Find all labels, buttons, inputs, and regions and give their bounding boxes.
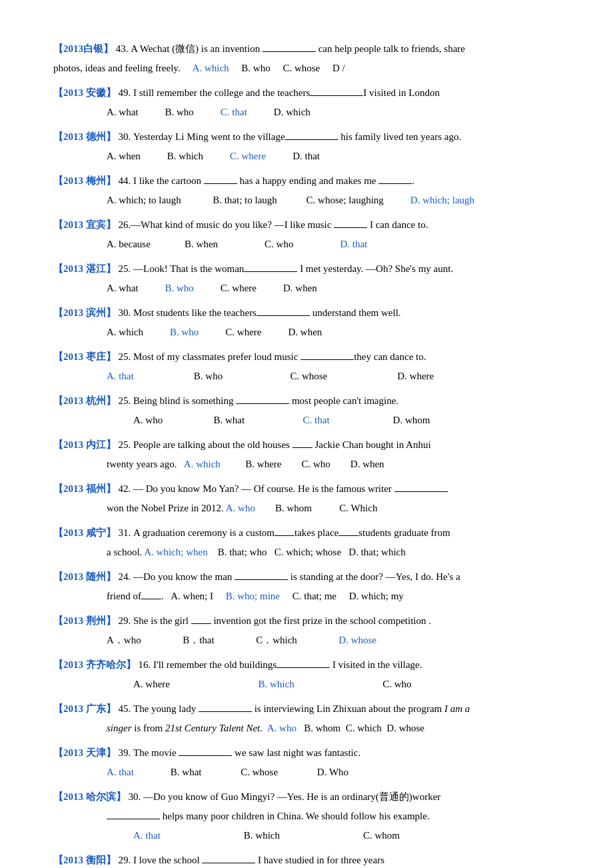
q30hrb-text: 【2013 哈尔滨】 30. —Do you know of Guo Mingy… bbox=[53, 788, 560, 806]
q25zz-options: A. that B. who C. whose D. where bbox=[53, 367, 560, 385]
q25nj-text2: twenty years ago. A. which B. where C. w… bbox=[53, 455, 560, 473]
q25zz-tag: 【2013 枣庄】 bbox=[53, 351, 116, 362]
q29jz-optD: D. whose bbox=[324, 631, 376, 649]
q30bz-tag: 【2013 滨州】 bbox=[53, 307, 116, 318]
q25zj-tag: 【2013 湛江】 bbox=[53, 263, 116, 274]
q30dz-optD: D. that bbox=[293, 147, 320, 165]
q26-text: 【2013 宜宾】 26.—What kind of music do you … bbox=[53, 216, 560, 234]
q43-tag: 【2013白银】 bbox=[53, 43, 113, 54]
q16-optB: B. which bbox=[223, 675, 295, 693]
q49-text: 【2013 安徽】 49. I still remember the colle… bbox=[53, 84, 560, 102]
question-30dz: 【2013 德州】 30. Yesterday Li Ming went to … bbox=[53, 128, 560, 165]
question-43: 【2013白银】 43. A Wechat (微信) is an inventi… bbox=[53, 40, 560, 77]
q30hrb-optB: B. which bbox=[214, 827, 280, 845]
q44-text: 【2013 梅州】 44. I like the cartoon has a h… bbox=[53, 172, 560, 190]
q25zz-optC: C. whose bbox=[263, 367, 327, 385]
q49-optD: D. which bbox=[274, 103, 310, 121]
q42-tag: 【2013 福州】 bbox=[53, 483, 116, 494]
q42-optA: A. who bbox=[226, 503, 255, 513]
q30hrb-optA: A. that bbox=[133, 827, 161, 845]
question-29hy: 【2013 衡阳】 29. I love the school I have s… bbox=[53, 851, 560, 868]
q39-options: A. that B. what C. whose D. Who bbox=[53, 763, 560, 781]
q25nj-optA: A. which bbox=[184, 459, 221, 469]
q26-optB: B. when bbox=[177, 235, 218, 253]
question-30bz: 【2013 滨州】 30. Most students like the tea… bbox=[53, 304, 560, 341]
q25hz-optA: A. who bbox=[133, 411, 163, 429]
q44-tag: 【2013 梅州】 bbox=[53, 175, 116, 186]
q25zz-text: 【2013 枣庄】 25. Most of my classmates pref… bbox=[53, 348, 560, 366]
q45-tag: 【2013 广东】 bbox=[53, 703, 116, 714]
q25zz-optA: A. that bbox=[107, 367, 134, 385]
question-25zz: 【2013 枣庄】 25. Most of my classmates pref… bbox=[53, 348, 560, 385]
q39-text: 【2013 天津】 39. The movie we saw last nigh… bbox=[53, 744, 560, 762]
q16-text: 【2013 齐齐哈尔】 16. I'll remember the old bu… bbox=[53, 656, 560, 674]
q30bz-optA: A. which bbox=[107, 323, 143, 341]
q29jz-options: A．who B．that C．which D. whose bbox=[53, 631, 560, 649]
q25hz-optD: D. whom bbox=[363, 411, 430, 429]
question-25nj: 【2013 内江】 25. People are talking about t… bbox=[53, 436, 560, 473]
q24-optB: B. who; mine bbox=[226, 591, 280, 601]
question-30hrb: 【2013 哈尔滨】 30. —Do you know of Guo Mingy… bbox=[53, 788, 560, 845]
q25hz-options: A. who B. what C. that D. whom bbox=[53, 411, 560, 429]
q49-optA: A. what bbox=[107, 103, 139, 121]
question-42: 【2013 福州】 42. — Do you know Mo Yan? — Of… bbox=[53, 480, 560, 517]
q29jz-text: 【2013 荆州】 29. She is the girl invention … bbox=[53, 612, 560, 630]
q45-text2: singer is from 21st Century Talent Net. … bbox=[53, 719, 560, 737]
question-45: 【2013 广东】 45. The young lady is intervie… bbox=[53, 700, 560, 737]
q49-optC: C. that bbox=[221, 103, 247, 121]
q42-text: 【2013 福州】 42. — Do you know Mo Yan? — Of… bbox=[53, 480, 560, 498]
q30bz-optC: C. where bbox=[225, 323, 261, 341]
q39-optD: D. Who bbox=[305, 763, 348, 781]
q30hrb-tag: 【2013 哈尔滨】 bbox=[53, 791, 126, 802]
q29jz-optA: A．who bbox=[107, 631, 141, 649]
q49-tag: 【2013 安徽】 bbox=[53, 87, 116, 98]
question-39: 【2013 天津】 39. The movie we saw last nigh… bbox=[53, 744, 560, 781]
q49-optB: B. who bbox=[165, 103, 194, 121]
q25nj-text: 【2013 内江】 25. People are talking about t… bbox=[53, 436, 560, 454]
q25zz-optB: B. who bbox=[174, 367, 223, 385]
q43-text: 【2013白银】 43. A Wechat (微信) is an inventi… bbox=[53, 40, 560, 58]
q30dz-optB: B. which bbox=[167, 147, 203, 165]
q24-text: 【2013 随州】 24. —Do you know the man is st… bbox=[53, 568, 560, 586]
question-25hz: 【2013 杭州】 25. Being blind is something m… bbox=[53, 392, 560, 429]
q25hz-optB: B. what bbox=[196, 411, 245, 429]
q43-text2: photos, ideas and feeling freely. A. whi… bbox=[53, 59, 560, 77]
question-44: 【2013 梅州】 44. I like the cartoon has a h… bbox=[53, 172, 560, 209]
q16-tag: 【2013 齐齐哈尔】 bbox=[53, 659, 136, 670]
q26-optC: C. who bbox=[245, 235, 293, 253]
q30hrb-text2: helps many poor children in China. We sh… bbox=[53, 807, 560, 825]
q44-optA: A. which; to laugh bbox=[107, 191, 181, 209]
q29jz-optC: C．which bbox=[241, 631, 297, 649]
question-31: 【2013 咸宁】 31. A graduation ceremony is a… bbox=[53, 524, 560, 561]
q16-optC: C. who bbox=[348, 675, 412, 693]
q30bz-optD: D. when bbox=[289, 323, 322, 341]
q25nj-tag: 【2013 内江】 bbox=[53, 439, 116, 450]
question-29jz: 【2013 荆州】 29. She is the girl invention … bbox=[53, 612, 560, 649]
q29hy-text: 【2013 衡阳】 29. I love the school I have s… bbox=[53, 851, 560, 868]
q16-options: A. where B. which C. who bbox=[53, 675, 560, 693]
q44-options: A. which; to laugh B. that; to laugh C. … bbox=[53, 191, 560, 209]
q44-optD: D. which; laugh bbox=[410, 191, 474, 209]
q30dz-options: A. when B. which C. where D. that bbox=[53, 147, 560, 165]
q44-optC: C. whose; laughing bbox=[304, 191, 384, 209]
q29hy-tag: 【2013 衡阳】 bbox=[53, 855, 116, 865]
q30dz-text: 【2013 德州】 30. Yesterday Li Ming went to … bbox=[53, 128, 560, 146]
q42-text2: won the Nobel Prize in 2012. A. who B. w… bbox=[53, 499, 560, 517]
q25zj-options: A. what B. who C. where D. when bbox=[53, 279, 560, 297]
q31-text: 【2013 咸宁】 31. A graduation ceremony is a… bbox=[53, 524, 560, 542]
question-16: 【2013 齐齐哈尔】 16. I'll remember the old bu… bbox=[53, 656, 560, 693]
q25zj-optB: B. who bbox=[165, 279, 194, 297]
q26-optD: D. that bbox=[320, 235, 367, 253]
q29jz-tag: 【2013 荆州】 bbox=[53, 615, 116, 626]
q25zj-optD: D. when bbox=[283, 279, 317, 297]
q30dz-tag: 【2013 德州】 bbox=[53, 131, 116, 142]
q25hz-optC: C. that bbox=[278, 411, 330, 429]
q24-text2: friend of. A. when; I B. who; mine C. th… bbox=[53, 587, 560, 605]
q25hz-text: 【2013 杭州】 25. Being blind is something m… bbox=[53, 392, 560, 410]
q30dz-optC: C. where bbox=[230, 147, 266, 165]
page-content: 【2013白银】 43. A Wechat (微信) is an inventi… bbox=[53, 40, 560, 868]
q31-optA: A. which; when bbox=[144, 547, 207, 557]
q30bz-text: 【2013 滨州】 30. Most students like the tea… bbox=[53, 304, 560, 322]
q30hrb-options: A. that B. which C. whom bbox=[53, 827, 560, 845]
q39-optC: C. whose bbox=[229, 763, 279, 781]
